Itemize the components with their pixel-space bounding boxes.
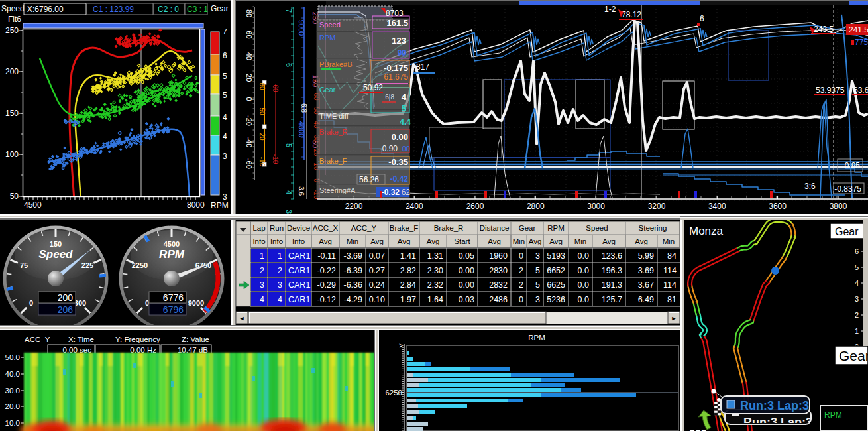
svg-text:Steering#A: Steering#A (319, 186, 356, 194)
svg-text:5: 5 (535, 266, 540, 275)
svg-text:161.5: 161.5 (386, 18, 408, 28)
svg-text:-0.8375: -0.8375 (834, 184, 861, 194)
svg-text:2400: 2400 (406, 202, 423, 211)
svg-text:4500: 4500 (24, 200, 42, 210)
svg-text:80: 80 (258, 82, 266, 90)
svg-text:3400: 3400 (708, 202, 726, 211)
svg-text:5: 5 (535, 280, 540, 290)
svg-text:0.27: 0.27 (369, 266, 385, 275)
svg-text:Z: Value: Z: Value (182, 336, 209, 343)
svg-text:84: 84 (667, 251, 677, 261)
svg-text:>: > (399, 342, 403, 349)
svg-text:3.69: 3.69 (638, 266, 654, 275)
svg-text:3800: 3800 (830, 202, 847, 211)
svg-text:0.0: 0.0 (578, 266, 589, 275)
svg-text:3:6: 3:6 (804, 182, 816, 191)
svg-text:Speed: Speed (319, 21, 341, 29)
svg-text:Gear: Gear (839, 348, 868, 363)
svg-text:ACC_Y: ACC_Y (25, 336, 50, 343)
svg-text:RPM: RPM (319, 34, 335, 42)
svg-text:-4.29: -4.29 (344, 295, 363, 304)
svg-text:Device: Device (287, 224, 310, 232)
svg-text:114: 114 (663, 280, 677, 290)
svg-text:0.0: 0.0 (578, 251, 589, 261)
svg-text:6: 6 (223, 51, 227, 60)
svg-text:0: 0 (29, 299, 33, 307)
svg-text:Gear: Gear (835, 226, 859, 237)
svg-text:0: 0 (519, 295, 523, 304)
svg-text:Min: Min (513, 237, 525, 245)
svg-text:2800: 2800 (527, 202, 545, 211)
svg-text:50: 50 (258, 107, 266, 115)
svg-text:1.31: 1.31 (427, 251, 443, 261)
svg-text:-0.22: -0.22 (317, 266, 337, 275)
svg-text:2.30: 2.30 (427, 266, 443, 275)
svg-text:Y: Frequency: Y: Frequency (115, 336, 160, 343)
svg-text:5236: 5236 (547, 295, 565, 304)
svg-text:-10: -10 (258, 157, 266, 167)
svg-text:263: 263 (689, 428, 707, 431)
svg-text:3600: 3600 (769, 202, 787, 211)
svg-text:6796: 6796 (163, 304, 184, 315)
svg-text:Min: Min (347, 237, 359, 245)
svg-text:191.3: 191.3 (602, 280, 622, 290)
svg-text:C2 : 0: C2 : 0 (158, 5, 179, 14)
svg-text:3000: 3000 (587, 202, 605, 211)
svg-text:Lap: Lap (252, 224, 265, 232)
svg-text:Speed: Speed (38, 248, 73, 261)
svg-text:30.0: 30.0 (5, 387, 20, 395)
svg-text:2: 2 (260, 266, 264, 275)
svg-text:9000: 9000 (188, 299, 204, 307)
svg-text:-6.36: -6.36 (344, 280, 363, 290)
svg-text:-0.35: -0.35 (388, 157, 408, 167)
svg-text:Avg: Avg (529, 237, 542, 245)
svg-text:Distance: Distance (480, 224, 510, 232)
svg-text:Monza: Monza (689, 225, 724, 237)
svg-text:3: 3 (855, 295, 859, 303)
svg-text:◄: ◄ (239, 315, 245, 322)
svg-text:81: 81 (667, 295, 677, 304)
svg-text:206: 206 (58, 304, 74, 315)
svg-text:2250: 2250 (132, 261, 148, 269)
svg-text:10.0: 10.0 (5, 419, 20, 427)
svg-text:Info: Info (270, 237, 283, 245)
svg-text:0.10: 0.10 (369, 295, 385, 304)
svg-text:3: 3 (260, 280, 264, 290)
svg-text:-0.42: -0.42 (390, 174, 409, 184)
svg-text:20: 20 (258, 133, 266, 141)
svg-text:56.26: 56.26 (359, 175, 379, 184)
svg-text:2200: 2200 (345, 202, 363, 211)
svg-text:4500: 4500 (164, 240, 180, 248)
svg-text:2: 2 (519, 280, 523, 290)
svg-text:RPM: RPM (159, 248, 185, 261)
svg-text:Run: Run (270, 224, 284, 232)
svg-text:-6.39: -6.39 (344, 266, 363, 275)
svg-text:225: 225 (81, 261, 93, 269)
svg-text:Brake_F: Brake_F (390, 224, 418, 232)
svg-text:62: 62 (402, 188, 411, 197)
svg-text:5: 5 (402, 104, 406, 113)
svg-text:Brake_R: Brake_R (319, 128, 348, 136)
svg-text:Avg: Avg (635, 237, 648, 245)
svg-text:3: 3 (278, 280, 282, 290)
svg-text:Avg: Avg (427, 237, 440, 245)
svg-text:4: 4 (260, 295, 264, 304)
svg-text:Avg: Avg (549, 237, 563, 245)
svg-text:243.5: 243.5 (814, 25, 834, 34)
svg-text:PBrake#B: PBrake#B (319, 60, 353, 68)
svg-text:-0.90: -0.90 (380, 144, 398, 153)
svg-text:2600: 2600 (466, 202, 484, 211)
svg-text:CAR1: CAR1 (288, 295, 310, 304)
svg-text:4.4: 4.4 (400, 117, 411, 127)
svg-text:6: 6 (855, 247, 859, 255)
svg-text:3.67: 3.67 (638, 280, 654, 290)
svg-text:78.12: 78.12 (622, 10, 641, 19)
svg-text:0.0: 0.0 (578, 295, 589, 304)
svg-text:50.92: 50.92 (363, 83, 383, 92)
svg-text:RPM: RPM (528, 334, 545, 341)
svg-text:200: 200 (58, 292, 74, 303)
svg-text:RPM: RPM (547, 224, 565, 232)
svg-text:CAR1: CAR1 (288, 266, 310, 275)
svg-text:-0.12: -0.12 (317, 295, 337, 304)
svg-text:2.82: 2.82 (400, 266, 416, 275)
